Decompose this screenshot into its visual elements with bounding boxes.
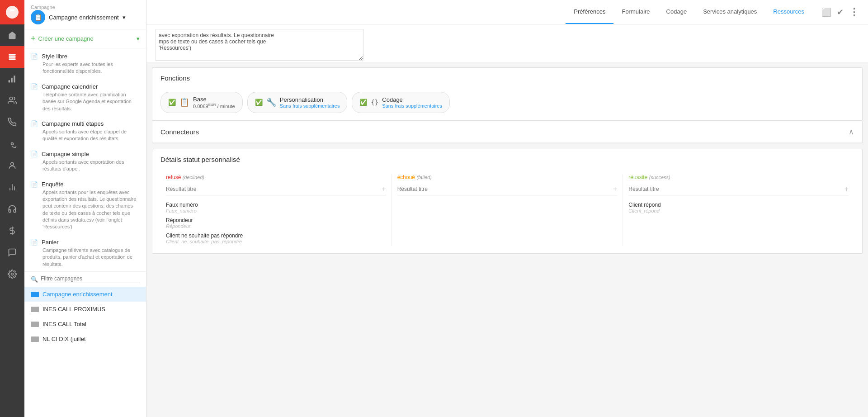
personnalisation-check-icon: ✅ bbox=[255, 99, 263, 106]
svg-point-6 bbox=[9, 97, 13, 100]
refused-item-2: Client ne souhaite pas répondre Client_n… bbox=[166, 231, 386, 246]
connecteurs-title: Connecteurs bbox=[160, 128, 199, 136]
fonction-chip-base[interactable]: ✅ 📋 Base 0.0069EUR / minute bbox=[160, 92, 243, 113]
campaign-list-item-proximus[interactable]: INES CALL PROXIMUS bbox=[24, 302, 146, 317]
create-campaign-button[interactable]: + Créer une campagne ▾ bbox=[24, 29, 146, 48]
more-button[interactable]: ⋮ bbox=[849, 6, 859, 18]
success-item-0-title: Client répond bbox=[628, 202, 849, 208]
content-area: avec exportation des résultats. Le quest… bbox=[146, 24, 868, 417]
tab-formulaire[interactable]: Formulaire bbox=[613, 0, 658, 24]
base-check-icon: ✅ bbox=[168, 99, 176, 106]
campaign-list-item-nl[interactable]: NL CI DIX (juillet bbox=[24, 332, 146, 346]
rail-settings-icon[interactable] bbox=[0, 263, 24, 285]
campaign-list-item-total[interactable]: INES CALL Total bbox=[24, 317, 146, 332]
rail-chat-icon[interactable] bbox=[0, 242, 24, 263]
style-libre-title: Style libre bbox=[42, 53, 67, 60]
panier-title: Panier bbox=[42, 239, 59, 246]
svg-point-7 bbox=[11, 143, 14, 145]
refused-item-0-title: Faux numéro bbox=[166, 202, 386, 208]
tab-preferences[interactable]: Préférences bbox=[566, 0, 613, 24]
rail-home-icon[interactable] bbox=[0, 24, 24, 46]
multi-etapes-desc: Appels sortants avec étape d'appel de qu… bbox=[31, 128, 140, 142]
campaign-item-icon-proximus bbox=[31, 307, 39, 312]
rail-campaigns-icon[interactable] bbox=[0, 46, 24, 68]
svg-rect-2 bbox=[9, 58, 16, 60]
success-add-icon[interactable]: + bbox=[844, 185, 849, 193]
refused-result-input[interactable] bbox=[166, 186, 380, 192]
personnalisation-chip-subtitle: Sans frais supplémentaires bbox=[280, 103, 340, 109]
statut-col-success: réussite (success) + Client répond Clien… bbox=[623, 174, 854, 246]
rail-users-icon[interactable] bbox=[0, 155, 24, 176]
personnalisation-chip-title: Personnalisation bbox=[280, 96, 340, 103]
campaign-item-icon-total bbox=[31, 322, 39, 327]
campaign-type-simple[interactable]: 📄 Campagne simple Appels sortants avec e… bbox=[24, 146, 146, 176]
campaign-icon: 📋 bbox=[31, 10, 45, 24]
campaign-name-selector[interactable]: 📋 Campagne enrichissement ▾ bbox=[31, 10, 140, 24]
codage-chip-content: Codage Sans frais supplémentaires bbox=[382, 96, 442, 109]
enquete-title: Enquête bbox=[42, 181, 63, 188]
rail-contacts-icon[interactable] bbox=[0, 90, 24, 111]
top-nav: Préférences Formulaire Codage Services a… bbox=[146, 0, 868, 24]
codage-check-icon: ✅ bbox=[359, 99, 367, 106]
statut-title: Détails statut personnalisé bbox=[160, 156, 240, 163]
refused-add-icon[interactable]: + bbox=[382, 185, 386, 193]
app-logo[interactable] bbox=[0, 0, 24, 24]
statut-body: refusé (declined) + Faux numéro Faux_num… bbox=[152, 170, 862, 253]
filter-campaigns-input[interactable] bbox=[41, 275, 140, 283]
fonction-chip-personnalisation[interactable]: ✅ 🔧 Personnalisation Sans frais suppléme… bbox=[247, 92, 348, 113]
failed-result-input-row: + bbox=[397, 185, 618, 195]
rail-headset-icon[interactable] bbox=[0, 198, 24, 220]
failed-add-icon[interactable]: + bbox=[613, 185, 617, 193]
nav-tabs: Préférences Formulaire Codage Services a… bbox=[566, 0, 812, 24]
rail-calls-icon[interactable] bbox=[0, 111, 24, 133]
campaign-type-enquete[interactable]: 📄 Enquête Appels sortants pour les enquê… bbox=[24, 176, 146, 234]
success-item-0-key: Client_répond bbox=[628, 208, 849, 213]
success-sub-label: (success) bbox=[649, 175, 670, 180]
refused-label: refusé bbox=[166, 174, 181, 180]
codage-chip-title: Codage bbox=[382, 96, 442, 103]
filter-search-icon: 🔍 bbox=[31, 276, 38, 283]
svg-point-13 bbox=[11, 273, 14, 275]
failed-label: échoué bbox=[397, 174, 415, 180]
success-label: réussite bbox=[628, 174, 647, 180]
campaign-type-style-libre[interactable]: 📄 Style libre Pour les experts avec tout… bbox=[24, 48, 146, 79]
fonctions-card-header: Fonctions bbox=[152, 68, 862, 88]
multi-etapes-icon: 📄 bbox=[31, 120, 38, 127]
icon-rail bbox=[0, 0, 24, 417]
calendrier-title: Campagne calendrier bbox=[42, 83, 98, 90]
create-campaign-chevron: ▾ bbox=[137, 35, 140, 42]
validate-button[interactable]: ✔ bbox=[837, 7, 844, 17]
campaign-list-item-enrichissement[interactable]: Campagne enrichissement bbox=[24, 287, 146, 302]
success-result-input[interactable] bbox=[628, 186, 842, 192]
rail-dollar-icon[interactable] bbox=[0, 220, 24, 242]
tab-ressources[interactable]: Ressources bbox=[765, 0, 812, 24]
fonction-chip-codage[interactable]: ✅ {} Codage Sans frais supplémentaires bbox=[352, 92, 450, 113]
multi-etapes-title: Campagne multi étapes bbox=[42, 120, 104, 127]
failed-result-input[interactable] bbox=[397, 186, 611, 192]
refused-sub-label: (declined) bbox=[183, 175, 204, 180]
refused-item-1: Répondeur Répondeur bbox=[166, 215, 386, 231]
campaign-type-multi-etapes[interactable]: 📄 Campagne multi étapes Appels sortants … bbox=[24, 116, 146, 146]
campaign-type-panier[interactable]: 📄 Panier Campagne télévente avec catalog… bbox=[24, 234, 146, 271]
connecteurs-collapse-icon[interactable]: ∧ bbox=[849, 128, 854, 136]
rail-chart-icon[interactable] bbox=[0, 176, 24, 198]
preview-button[interactable]: ⬜ bbox=[821, 7, 831, 17]
style-libre-desc: Pour les experts avec toutes les fonctio… bbox=[31, 61, 140, 75]
tab-services-analytiques[interactable]: Services analytiques bbox=[695, 0, 765, 24]
refused-item-1-title: Répondeur bbox=[166, 217, 386, 223]
connecteurs-header: Connecteurs ∧ bbox=[152, 121, 862, 143]
campaign-item-icon-nl bbox=[31, 336, 39, 342]
calendrier-desc: Téléphonie sortante avec planification b… bbox=[31, 91, 140, 112]
tab-codage[interactable]: Codage bbox=[658, 0, 695, 24]
main-content: Préférences Formulaire Codage Services a… bbox=[146, 0, 868, 417]
codage-icon: {} bbox=[371, 99, 378, 106]
campaign-item-icon-enrichissement bbox=[31, 292, 39, 297]
style-libre-icon: 📄 bbox=[31, 53, 38, 60]
rail-phone-icon[interactable] bbox=[0, 133, 24, 155]
success-result-input-row: + bbox=[628, 185, 849, 195]
campaign-type-calendrier[interactable]: 📄 Campagne calendrier Téléphonie sortant… bbox=[24, 79, 146, 116]
fonctions-card: Fonctions ✅ 📋 Base 0.0069EUR / minute bbox=[152, 67, 863, 121]
rail-analytics-icon[interactable] bbox=[0, 68, 24, 90]
description-textarea[interactable]: avec exportation des résultats. Le quest… bbox=[156, 29, 363, 61]
failed-sub-label: (failed) bbox=[416, 175, 432, 180]
